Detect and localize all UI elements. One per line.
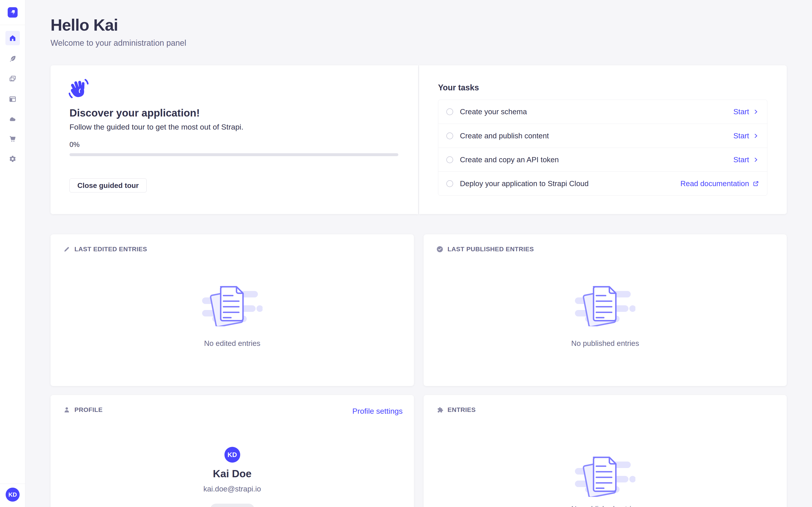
- sidebar-item-marketplace[interactable]: [5, 132, 20, 146]
- profile-widget: PROFILE Profile settings KD Kai Doe kai.…: [51, 395, 414, 507]
- widget-header: LAST EDITED ENTRIES: [63, 245, 147, 253]
- guided-tour-section: Discover your application! Follow the gu…: [51, 65, 787, 214]
- person-icon: [63, 406, 70, 413]
- task-label: Create and copy an API token: [460, 156, 559, 164]
- tasks-card: Your tasks Create your schema Start Crea…: [419, 65, 787, 214]
- feather-pen-icon: [9, 55, 16, 63]
- task-label: Create and publish content: [460, 131, 549, 140]
- empty-documents-illustration: [575, 454, 636, 497]
- strapi-logo[interactable]: [8, 7, 17, 17]
- wave-hand-icon: [68, 77, 90, 100]
- empty-state-text: No edited entries: [51, 339, 414, 348]
- profile-email: kai.doe@strapi.io: [51, 485, 414, 493]
- widget-header: PROFILE: [63, 406, 103, 413]
- task-start-link[interactable]: Start: [733, 156, 759, 164]
- profile-settings-link[interactable]: Profile settings: [352, 407, 403, 415]
- page-title: Hello Kai: [51, 16, 118, 34]
- images-icon: [9, 75, 16, 83]
- task-row-publish-content[interactable]: Create and publish content Start: [438, 124, 767, 148]
- widget-title: ENTRIES: [448, 406, 476, 413]
- profile-name: Kai Doe: [51, 467, 414, 480]
- sidebar-divider-bottom: [0, 484, 25, 484]
- home-icon: [9, 34, 16, 42]
- puzzle-piece-icon: [436, 406, 444, 413]
- close-guided-tour-button[interactable]: Close guided tour: [69, 178, 147, 192]
- empty-state-text: No published entries: [423, 505, 787, 507]
- task-read-documentation-link[interactable]: Read documentation: [680, 179, 759, 188]
- chevron-right-icon: [753, 157, 759, 163]
- widget-header: LAST PUBLISHED ENTRIES: [436, 245, 534, 253]
- shopping-cart-icon: [9, 135, 16, 143]
- empty-documents-illustration: [202, 283, 262, 326]
- widget-title: PROFILE: [74, 406, 103, 413]
- task-start-link[interactable]: Start: [733, 131, 759, 140]
- sidebar-user-avatar[interactable]: KD: [6, 488, 19, 502]
- external-link-icon: [753, 180, 759, 187]
- empty-state-text: No published entries: [423, 339, 787, 348]
- widget-header: ENTRIES: [436, 406, 476, 413]
- entries-widget: ENTRIES No publis: [423, 395, 787, 507]
- sidebar-item-settings[interactable]: [5, 152, 20, 166]
- strapi-admin-dashboard: KD Hello Kai Welcome to your administrat…: [0, 0, 812, 507]
- profile-role-badge: [210, 504, 254, 507]
- sidebar-item-home[interactable]: [5, 31, 20, 45]
- cloud-icon: [9, 115, 16, 123]
- task-radio[interactable]: [446, 108, 453, 115]
- discover-title: Discover your application!: [69, 107, 200, 119]
- strapi-logo-icon: [8, 8, 17, 17]
- gear-icon: [9, 155, 16, 163]
- task-radio[interactable]: [446, 180, 453, 187]
- sidebar-avatar-initials: KD: [8, 491, 17, 498]
- last-published-entries-widget: LAST PUBLISHED ENTRIES: [423, 234, 787, 386]
- task-label: Create your schema: [460, 108, 527, 116]
- task-radio[interactable]: [446, 156, 453, 163]
- discover-subtitle: Follow the guided tour to get the most o…: [69, 123, 243, 131]
- task-row-api-token[interactable]: Create and copy an API token Start: [438, 148, 767, 171]
- widget-title: LAST EDITED ENTRIES: [74, 245, 147, 253]
- task-action-label: Start: [733, 108, 749, 116]
- tasks-heading: Your tasks: [438, 83, 479, 93]
- pencil-icon: [63, 245, 70, 253]
- task-row-create-schema[interactable]: Create your schema Start: [438, 100, 767, 124]
- task-action-label: Start: [733, 131, 749, 140]
- sidebar: KD: [0, 0, 25, 507]
- task-radio[interactable]: [446, 132, 453, 139]
- sidebar-item-content-type-builder[interactable]: [5, 92, 20, 106]
- layout-icon: [9, 95, 16, 103]
- task-label: Deploy your application to Strapi Cloud: [460, 179, 589, 188]
- task-action-label: Start: [733, 156, 749, 164]
- chevron-right-icon: [753, 133, 759, 139]
- task-row-deploy-cloud[interactable]: Deploy your application to Strapi Cloud …: [438, 171, 767, 195]
- task-start-link[interactable]: Start: [733, 108, 759, 116]
- empty-documents-illustration: [575, 283, 636, 326]
- sidebar-item-media-library[interactable]: [5, 72, 20, 86]
- tour-progress-bar: [69, 153, 398, 156]
- check-circle-icon: [436, 245, 444, 253]
- sidebar-divider-top: [0, 25, 25, 25]
- sidebar-item-cloud[interactable]: [5, 112, 20, 126]
- sidebar-item-content-manager[interactable]: [5, 52, 20, 66]
- page-subtitle: Welcome to your administration panel: [51, 38, 186, 48]
- tour-progress-label: 0%: [69, 140, 80, 149]
- tasks-list: Create your schema Start Create and publ…: [438, 100, 767, 195]
- chevron-right-icon: [753, 109, 759, 115]
- last-edited-entries-widget: LAST EDITED ENTRIES: [51, 234, 414, 386]
- task-action-label: Read documentation: [680, 179, 749, 188]
- profile-avatar-initials: KD: [227, 451, 237, 459]
- discover-card: Discover your application! Follow the gu…: [51, 65, 418, 214]
- profile-avatar: KD: [224, 447, 240, 463]
- widget-title: LAST PUBLISHED ENTRIES: [448, 245, 534, 253]
